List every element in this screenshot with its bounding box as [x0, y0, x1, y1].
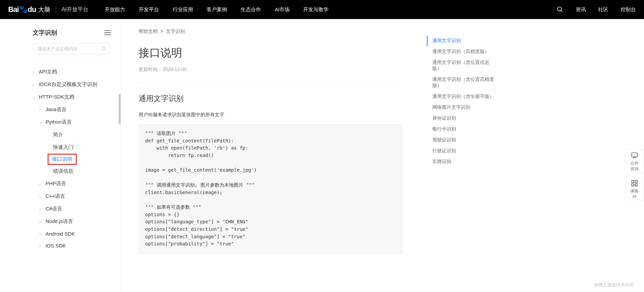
- toc-item-license-plate[interactable]: 车牌识别: [427, 156, 495, 167]
- svg-rect-8: [635, 184, 637, 186]
- sidebar-search[interactable]: [33, 43, 111, 54]
- toc-item-idcard[interactable]: 身份证识别: [427, 113, 495, 124]
- chevron-right-icon: ›: [39, 207, 43, 211]
- top-nav: Bai🐾du 大脑 AI开放平台 开放能力 开发平台 行业应用 客户案例 生态合…: [0, 0, 644, 19]
- toc-item-webimage[interactable]: 网络图片文字识别: [427, 102, 495, 113]
- toc-item-location[interactable]: 通用文字识别（含位置信息版）: [427, 57, 495, 74]
- page-title: 接口说明: [139, 46, 402, 61]
- svg-line-3: [104, 49, 105, 50]
- divider: [139, 82, 402, 83]
- nav-links: 开放能力 开发平台 行业应用 客户案例 生态合作 AI市场 开发与教学: [105, 6, 329, 13]
- chevron-down-icon: ⌄: [39, 120, 43, 124]
- sidebar-tree: ›API文档 ›iOCR自定义模板文字识别 ⌄HTTP-SDK文档 ›Java语…: [33, 66, 121, 252]
- sidebar-item-android[interactable]: ›Android SDK: [33, 228, 121, 240]
- toc-item-bankcard[interactable]: 银行卡识别: [427, 124, 495, 135]
- nav-right-console[interactable]: 控制台: [621, 6, 636, 13]
- code-block[interactable]: """ 读取图片 """ def get_file_content(filePa…: [139, 124, 402, 254]
- chevron-right-icon: ›: [39, 108, 43, 112]
- grid-icon: [631, 179, 638, 187]
- svg-line-1: [561, 11, 562, 12]
- chevron-right-icon: ›: [33, 70, 37, 74]
- sidebar-item-quickstart[interactable]: 快速入门: [33, 141, 121, 154]
- nav-link-ecosystem[interactable]: 生态合作: [241, 6, 261, 13]
- logo-subtitle: AI开放平台: [62, 6, 88, 13]
- toc-item-accurate[interactable]: 通用文字识别（高精度版）: [427, 46, 495, 57]
- search-icon: [101, 46, 106, 51]
- scrollbar-thumb[interactable]: [119, 94, 121, 124]
- main-content: 帮助文档 > 文字识别 接口说明 更新时间：2020-12-05 通用文字识别 …: [121, 19, 420, 292]
- toc: 通用文字识别 通用文字识别（高精度版） 通用文字识别（含位置信息版） 通用文字识…: [420, 19, 502, 292]
- nav-right: 资讯 社区 控制台: [557, 6, 636, 13]
- chevron-right-icon: ›: [39, 182, 43, 186]
- chevron-right-icon: ›: [39, 194, 43, 199]
- chevron-right-icon: ›: [39, 220, 43, 224]
- nav-right-community[interactable]: 社区: [598, 6, 608, 13]
- sidebar-item-php[interactable]: ›PHP语言: [33, 177, 121, 190]
- nav-link-cases[interactable]: 客户案例: [207, 6, 227, 13]
- consult-button[interactable]: 合作 咨询: [625, 150, 644, 174]
- section-title: 通用文字识别: [139, 93, 402, 104]
- breadcrumb: 帮助文档 > 文字识别: [139, 29, 402, 35]
- svg-rect-5: [632, 180, 634, 182]
- sidebar-item-nodejs[interactable]: ›Node.js语言: [33, 215, 121, 228]
- sidebar-item-iocr[interactable]: ›iOCR自定义模板文字识别: [33, 78, 121, 91]
- toc-item-general[interactable]: 通用文字识别: [427, 35, 495, 46]
- breadcrumb-help[interactable]: 帮助文档: [139, 29, 158, 34]
- svg-rect-7: [632, 184, 634, 186]
- toc-item-rare[interactable]: 通用文字识别（含生僻字版）: [427, 91, 495, 102]
- nav-link-devteach[interactable]: 开发与教学: [303, 6, 329, 13]
- watermark: @稀土掘金技术社区: [594, 282, 634, 288]
- sidebar-item-ios[interactable]: ›iOS SDK: [33, 240, 121, 252]
- section-desc: 用户向服务请求识别某张图中的所有文字: [139, 112, 402, 118]
- sidebar-item-error[interactable]: 错误信息: [33, 165, 121, 177]
- toc-item-driving-license[interactable]: 驾驶证识别: [427, 135, 495, 145]
- svg-rect-6: [635, 180, 637, 182]
- search-icon[interactable]: [557, 6, 563, 13]
- breadcrumb-current: 文字识别: [166, 29, 185, 34]
- chat-icon: [631, 152, 638, 159]
- logo[interactable]: Bai🐾du 大脑 AI开放平台: [8, 5, 88, 14]
- logo-divider: [56, 6, 56, 13]
- search-input[interactable]: [38, 46, 101, 51]
- sidebar-item-intro[interactable]: 简介: [33, 128, 121, 141]
- sidebar: 文字识别 ›API文档 ›iOCR自定义模板文字识别 ⌄HTTP-SDK文档 ›…: [0, 19, 121, 292]
- svg-rect-4: [632, 153, 638, 157]
- chevron-right-icon: ›: [39, 244, 43, 248]
- experience-button[interactable]: 体验 AI: [625, 177, 644, 201]
- chevron-right-icon: ›: [33, 83, 37, 87]
- update-time: 更新时间：2020-12-05: [139, 67, 402, 73]
- sidebar-item-csharp[interactable]: ›C#语言: [33, 203, 121, 215]
- nav-link-industry[interactable]: 行业应用: [173, 6, 193, 13]
- logo-brain-text: 大脑: [38, 5, 50, 14]
- svg-point-2: [102, 47, 105, 50]
- nav-link-market[interactable]: AI市场: [275, 6, 290, 13]
- float-buttons: 合作 咨询 体验 AI: [625, 150, 644, 201]
- divider: [33, 61, 111, 61]
- logo-baidu-text: Bai🐾du: [8, 5, 36, 14]
- chevron-right-icon: ›: [39, 232, 43, 236]
- svg-point-0: [558, 7, 562, 11]
- toc-item-vehicle-license[interactable]: 行驶证识别: [427, 145, 495, 156]
- nav-right-news[interactable]: 资讯: [576, 6, 586, 13]
- chevron-down-icon: ⌄: [33, 95, 37, 99]
- breadcrumb-sep: >: [160, 29, 163, 34]
- toc-item-location-accurate[interactable]: 通用文字识别（含位置高精度版）: [427, 74, 495, 91]
- nav-link-capability[interactable]: 开放能力: [105, 6, 125, 13]
- sidebar-item-api-desc[interactable]: 接口说明: [48, 154, 77, 165]
- nav-link-devplatform[interactable]: 开发平台: [139, 6, 159, 13]
- sidebar-item-python[interactable]: ⌄Python语言: [33, 116, 121, 128]
- sidebar-item-java[interactable]: ›Java语言: [33, 103, 121, 116]
- hamburger-icon[interactable]: [104, 30, 111, 35]
- sidebar-item-http-sdk[interactable]: ⌄HTTP-SDK文档: [33, 91, 121, 103]
- sidebar-title: 文字识别: [33, 29, 57, 37]
- sidebar-item-cpp[interactable]: ›C++语言: [33, 190, 121, 203]
- sidebar-item-api-docs[interactable]: ›API文档: [33, 66, 121, 78]
